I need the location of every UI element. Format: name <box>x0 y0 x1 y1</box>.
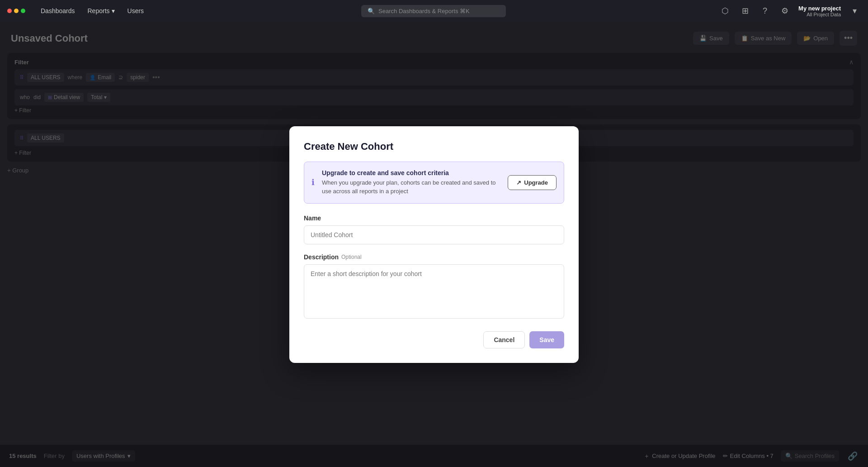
upgrade-banner: ℹ Upgrade to create and save cohort crit… <box>304 162 564 204</box>
external-link-icon: ↗ <box>516 179 521 186</box>
optional-badge: Optional <box>341 254 362 260</box>
cohort-description-textarea[interactable] <box>304 264 564 319</box>
grid-icon[interactable]: ⊞ <box>739 5 751 17</box>
upgrade-button[interactable]: ↗ Upgrade <box>508 175 557 190</box>
upgrade-info: Upgrade to create and save cohort criter… <box>322 169 500 196</box>
top-nav: Dashboards Reports ▾ Users 🔍 Search Dash… <box>0 0 868 22</box>
project-selector[interactable]: My new project All Project Data <box>798 5 841 17</box>
help-icon[interactable]: ? <box>759 5 771 17</box>
modal-title: Create New Cohort <box>304 141 564 152</box>
nav-dashboards[interactable]: Dashboards <box>36 5 80 17</box>
nav-right-actions: ⬡ ⊞ ? ⚙ My new project All Project Data … <box>719 5 861 17</box>
nav-links: Dashboards Reports ▾ Users <box>36 5 148 17</box>
upgrade-banner-title: Upgrade to create and save cohort criter… <box>322 169 500 176</box>
cancel-button[interactable]: Cancel <box>483 331 525 348</box>
name-label: Name <box>304 214 564 222</box>
modal-overlay[interactable]: Create New Cohort ℹ Upgrade to create an… <box>0 22 868 467</box>
main-content: Unsaved Cohort 💾 Save 📋 Save as New 📂 Op… <box>0 22 868 467</box>
chevron-down-icon: ▾ <box>112 7 115 14</box>
modal-save-button[interactable]: Save <box>529 331 564 348</box>
search-icon: 🔍 <box>368 8 375 14</box>
upgrade-banner-description: When you upgrade your plan, cohorts can … <box>322 178 500 196</box>
project-chevron-icon[interactable]: ▾ <box>848 5 861 17</box>
info-icon: ℹ <box>311 177 315 187</box>
window-controls <box>7 9 25 13</box>
settings-icon[interactable]: ⚙ <box>778 5 791 17</box>
description-label: Description Optional <box>304 253 564 261</box>
minimize-dot[interactable] <box>14 9 19 13</box>
nav-reports[interactable]: Reports ▾ <box>83 5 119 17</box>
close-dot[interactable] <box>7 9 12 13</box>
nav-search-area: 🔍 Search Dashboards & Reports ⌘K <box>159 5 708 17</box>
maximize-dot[interactable] <box>21 9 25 13</box>
create-cohort-modal: Create New Cohort ℹ Upgrade to create an… <box>289 126 579 363</box>
modal-footer: Cancel Save <box>304 331 564 348</box>
notification-icon[interactable]: ⬡ <box>719 5 731 17</box>
nav-users[interactable]: Users <box>123 5 149 17</box>
global-search[interactable]: 🔍 Search Dashboards & Reports ⌘K <box>361 5 506 17</box>
cohort-name-input[interactable] <box>304 225 564 244</box>
